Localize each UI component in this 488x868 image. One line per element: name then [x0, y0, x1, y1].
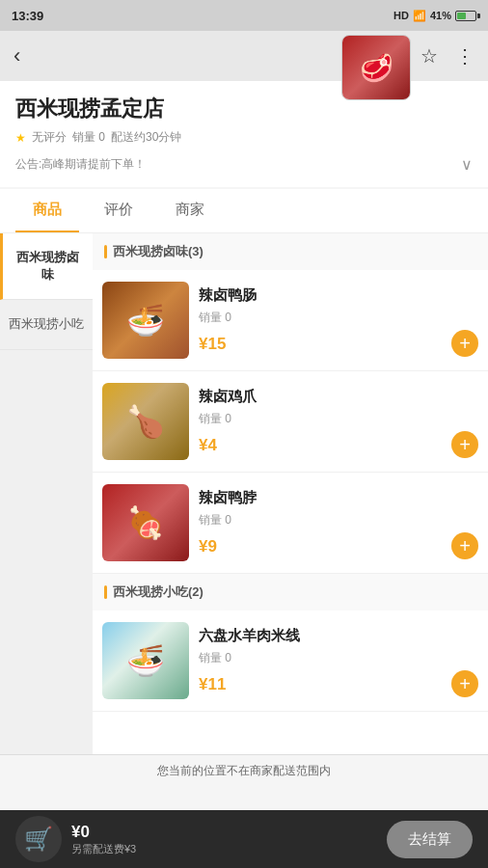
product-details-duck-neck: 辣卤鸭脖 销量 0 ¥9 — [199, 489, 478, 556]
product-list: 西米现捞卤味(3) 🍜 辣卤鸭肠 销量 0 ¥15 + 🍗 辣卤鸡爪 销量 0 … — [93, 233, 488, 754]
notice-expand-icon[interactable]: ∨ — [461, 155, 473, 174]
cart-info: ¥0 另需配送费¥3 — [71, 823, 387, 856]
network-icon: HD — [393, 10, 409, 21]
store-hero-image: 🥩 — [341, 35, 411, 100]
add-to-cart-chicken-feet[interactable]: + — [451, 431, 478, 458]
tab-reviews[interactable]: 评价 — [87, 189, 150, 232]
product-price: ¥4 — [199, 436, 478, 455]
product-name: 辣卤鸭脖 — [199, 489, 478, 507]
cart-delivery-fee: 另需配送费¥3 — [71, 842, 387, 856]
product-sales: 销量 0 — [199, 310, 478, 326]
product-sales: 销量 0 — [199, 411, 478, 427]
notification-banner: 您当前的位置不在商家配送范围内 — [0, 754, 488, 787]
product-image-chicken-feet: 🍗 — [102, 383, 189, 460]
time-display: 13:39 — [12, 9, 43, 23]
product-sales: 销量 0 — [199, 650, 478, 666]
checkout-button[interactable]: 去结算 — [387, 821, 473, 858]
more-icon[interactable]: ⋮ — [455, 44, 474, 68]
content-area: 西米现捞卤味 西米现捞小吃 西米现捞卤味(3) 🍜 辣卤鸭肠 销量 0 ¥15 … — [0, 233, 488, 754]
star-icon: ★ — [15, 131, 26, 145]
product-price: ¥9 — [199, 537, 478, 556]
cart-icon[interactable]: 🛒 — [15, 816, 62, 862]
product-details-noodle: 六盘水羊肉米线 销量 0 ¥11 — [199, 627, 478, 694]
product-price: ¥11 — [199, 675, 478, 694]
product-item-duck-intestine: 🍜 辣卤鸭肠 销量 0 ¥15 + — [93, 270, 488, 371]
category-header-snacks: 西米现捞小吃(2) — [93, 574, 488, 610]
tab-products[interactable]: 商品 — [15, 189, 79, 232]
product-item-duck-neck: 🍖 辣卤鸭脖 销量 0 ¥9 + — [93, 473, 488, 574]
battery-percent: 41% — [430, 10, 451, 21]
tab-merchant[interactable]: 商家 — [158, 189, 222, 232]
product-name: 辣卤鸡爪 — [199, 388, 478, 406]
hero-image-placeholder: 🥩 — [342, 36, 410, 99]
battery-icon — [455, 11, 476, 21]
header-nav: ‹ 🥩 🔍 ☆ ⋮ — [0, 31, 488, 81]
add-to-cart-noodle[interactable]: + — [451, 670, 478, 697]
category-header-braised: 西米现捞卤味(3) — [93, 233, 488, 270]
category-sidebar: 西米现捞卤味 西米现捞小吃 — [0, 233, 93, 754]
add-to-cart-duck-neck[interactable]: + — [451, 532, 478, 559]
favorite-icon[interactable]: ☆ — [420, 44, 438, 68]
cart-bar: 🛒 ¥0 另需配送费¥3 去结算 — [0, 810, 488, 868]
status-bar: 13:39 HD 📶 41% — [0, 0, 488, 31]
product-sales: 销量 0 — [199, 512, 478, 529]
status-icons: HD 📶 41% — [393, 10, 476, 22]
cart-total: ¥0 — [71, 823, 387, 842]
tab-bar: 商品 评价 商家 — [0, 189, 488, 233]
store-sales: 销量 0 — [72, 129, 105, 146]
signal-bars: 📶 — [413, 10, 426, 22]
sidebar-item-snacks[interactable]: 西米现捞小吃 — [0, 300, 93, 349]
product-name: 辣卤鸭肠 — [199, 286, 478, 305]
product-item-chicken-feet: 🍗 辣卤鸡爪 销量 0 ¥4 + — [93, 371, 488, 473]
back-button[interactable]: ‹ — [14, 43, 48, 68]
store-delivery-time: 配送约30分钟 — [111, 129, 181, 146]
notice-bar[interactable]: 公告:高峰期请提前下单！ ∨ — [15, 151, 473, 177]
product-image-noodle: 🍜 — [102, 622, 189, 699]
store-rating: 无评分 — [32, 129, 67, 146]
product-price: ¥15 — [199, 335, 478, 354]
add-to-cart-duck-intestine[interactable]: + — [451, 330, 478, 357]
product-image-duck-neck: 🍖 — [102, 484, 189, 561]
product-name: 六盘水羊肉米线 — [199, 627, 478, 645]
notice-text: 公告:高峰期请提前下单！ — [15, 156, 146, 173]
store-meta: ★ 无评分 销量 0 配送约30分钟 — [15, 129, 473, 146]
product-details-chicken-feet: 辣卤鸡爪 销量 0 ¥4 — [199, 388, 478, 455]
product-details-duck-intestine: 辣卤鸭肠 销量 0 ¥15 — [199, 286, 478, 354]
sidebar-item-braised[interactable]: 西米现捞卤味 — [0, 233, 93, 300]
store-info-section: 西米现捞孟定店 ★ 无评分 销量 0 配送约30分钟 公告:高峰期请提前下单！ … — [0, 81, 488, 187]
product-image-duck-intestine: 🍜 — [102, 282, 189, 359]
product-item-noodle: 🍜 六盘水羊肉米线 销量 0 ¥11 + — [93, 610, 488, 712]
